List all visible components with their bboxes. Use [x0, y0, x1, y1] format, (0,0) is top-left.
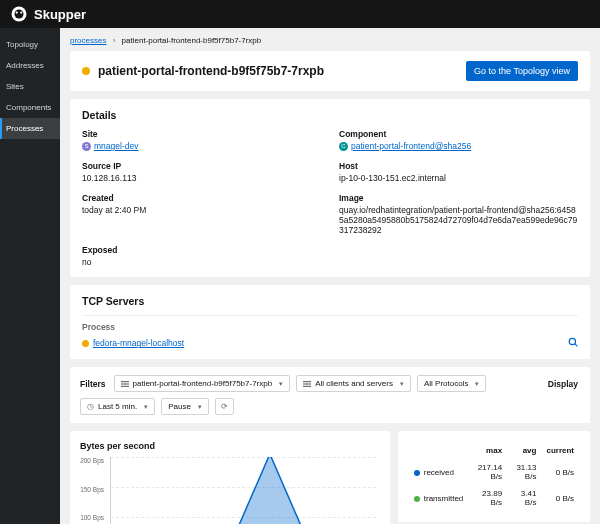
- display-label: Display: [548, 379, 578, 389]
- filter-process-select[interactable]: patient-portal-frontend-b9f5f75b7-7rxpb: [114, 375, 291, 392]
- svg-point-1: [15, 10, 24, 19]
- breadcrumb-current: patient-portal-frontend-b9f5f75b7-7rxpb: [122, 36, 262, 45]
- svg-marker-13: [111, 457, 376, 524]
- chart-y-axis: 200 Bps150 Bps100 Bps50 Bps0 Bps: [80, 457, 108, 524]
- refresh-icon: ⟳: [221, 402, 228, 411]
- filters-bar: Filters patient-portal-frontend-b9f5f75b…: [70, 367, 590, 423]
- created-value: today at 2:40 PM: [82, 205, 321, 215]
- breadcrumb-parent[interactable]: processes: [70, 36, 106, 45]
- site-badge-icon: S: [82, 142, 91, 151]
- component-label: Component: [339, 129, 578, 139]
- details-heading: Details: [82, 109, 578, 121]
- tcp-servers-card: TCP Servers Process fedora-mnagel-localh…: [70, 285, 590, 359]
- tcp-process-label: Process: [82, 315, 578, 332]
- exposed-label: Exposed: [82, 245, 321, 255]
- sidebar-item-processes[interactable]: Processes: [0, 118, 60, 139]
- svg-point-4: [569, 339, 575, 345]
- pause-select[interactable]: Pause: [161, 398, 209, 415]
- component-badge-icon: C: [339, 142, 348, 151]
- details-card: Details Site Smnagel-dev Component Cpati…: [70, 99, 590, 277]
- chart-plot-area: [110, 457, 376, 524]
- svg-line-5: [575, 344, 578, 347]
- site-link[interactable]: mnagel-dev: [94, 141, 138, 151]
- image-label: Image: [339, 193, 578, 203]
- stats-card: maxavgcurrentreceived217.14 B/s31.13 B/s…: [398, 431, 590, 522]
- svg-point-3: [20, 11, 22, 13]
- bars-icon: [121, 380, 129, 388]
- clock-icon: ◷: [87, 402, 94, 411]
- process-dot-icon: [82, 340, 89, 347]
- bytes-per-second-chart: Bytes per second 200 Bps150 Bps100 Bps50…: [70, 431, 390, 524]
- refresh-button[interactable]: ⟳: [215, 398, 234, 415]
- image-value: quay.io/redhatintegration/patient-portal…: [339, 205, 578, 235]
- source-ip-label: Source IP: [82, 161, 321, 171]
- filter-protocols-select[interactable]: All Protocols: [417, 375, 486, 392]
- component-value: Cpatient-portal-frontend@sha256: [339, 141, 578, 151]
- sidebar-item-sites[interactable]: Sites: [0, 76, 60, 97]
- exposed-value: no: [82, 257, 321, 267]
- site-label: Site: [82, 129, 321, 139]
- topbar: Skupper: [0, 0, 600, 28]
- filters-label: Filters: [80, 379, 106, 389]
- topology-view-button[interactable]: Go to the Topology view: [466, 61, 578, 81]
- site-value: Smnagel-dev: [82, 141, 321, 151]
- sidebar-item-topology[interactable]: Topology: [0, 34, 60, 55]
- sidebar: TopologyAddressesSitesComponentsProcesse…: [0, 28, 60, 524]
- filter-clients-select[interactable]: All clients and servers: [296, 375, 411, 392]
- source-ip-value: 10.128.16.113: [82, 173, 321, 183]
- search-icon[interactable]: [568, 337, 578, 349]
- tcp-process-row: fedora-mnagel-localhost: [82, 332, 578, 349]
- sidebar-item-addresses[interactable]: Addresses: [0, 55, 60, 76]
- created-label: Created: [82, 193, 321, 203]
- skupper-logo-icon: [10, 5, 28, 23]
- page-title: patient-portal-frontend-b9f5f75b7-7rxpb: [98, 64, 458, 78]
- page-header: patient-portal-frontend-b9f5f75b7-7rxpb …: [70, 51, 590, 91]
- tcp-heading: TCP Servers: [82, 295, 578, 307]
- main: processes › patient-portal-frontend-b9f5…: [60, 28, 600, 524]
- chart-title: Bytes per second: [80, 441, 380, 451]
- brand-text: Skupper: [34, 7, 86, 22]
- stats-row: received217.14 B/s31.13 B/s0 B/s: [410, 460, 578, 484]
- tcp-process-link[interactable]: fedora-mnagel-localhost: [93, 338, 184, 348]
- sidebar-item-components[interactable]: Components: [0, 97, 60, 118]
- bars-icon: [303, 380, 311, 388]
- breadcrumb: processes › patient-portal-frontend-b9f5…: [70, 36, 590, 45]
- breadcrumb-separator: ›: [113, 36, 116, 45]
- host-label: Host: [339, 161, 578, 171]
- time-range-select[interactable]: ◷ Last 5 min.: [80, 398, 155, 415]
- svg-point-2: [16, 11, 18, 13]
- host-value: ip-10-0-130-151.ec2.internal: [339, 173, 578, 183]
- component-link[interactable]: patient-portal-frontend@sha256: [351, 141, 471, 151]
- status-dot-icon: [82, 67, 90, 75]
- stats-row: transmitted23.89 B/s3.41 B/s0 B/s: [410, 486, 578, 510]
